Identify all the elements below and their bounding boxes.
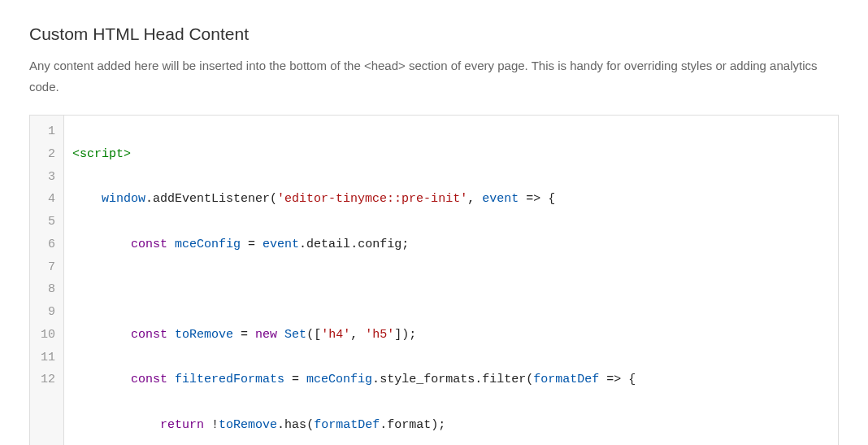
line-number: 5 [30,211,59,233]
line-number: 3 [30,166,59,189]
line-number: 11 [30,347,59,369]
line-number: 7 [30,256,59,279]
line-number: 4 [30,188,59,211]
line-number-gutter: 1 2 3 4 5 6 7 8 9 10 11 12 [30,116,64,445]
code-content[interactable]: <script> window.addEventListener('editor… [64,116,838,445]
code-editor[interactable]: 1 2 3 4 5 6 7 8 9 10 11 12 <script> wind… [29,115,839,445]
code-line: return !toRemove.has(formatDef.format); [72,414,830,437]
line-number: 9 [30,301,59,324]
line-number: 6 [30,233,59,256]
line-number: 1 [30,120,59,143]
code-line: const toRemove = new Set(['h4', 'h5']); [72,324,830,347]
code-line: const filteredFormats = mceConfig.style_… [72,369,830,391]
code-line: window.addEventListener('editor-tinymce:… [72,188,830,211]
code-line: <script> [72,143,830,166]
section-description: Any content added here will be inserted … [29,55,839,97]
line-number: 2 [30,143,59,166]
section-title: Custom HTML Head Content [29,24,839,44]
line-number: 12 [30,369,59,391]
line-number: 8 [30,278,59,301]
line-number: 10 [30,324,59,347]
code-line [72,278,830,301]
code-line: const mceConfig = event.detail.config; [72,233,830,256]
